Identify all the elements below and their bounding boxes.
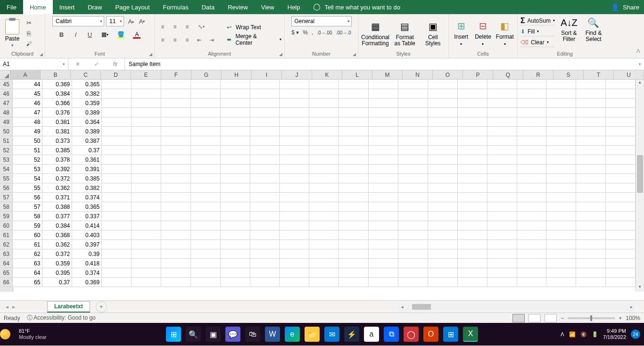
cell-H55[interactable] bbox=[221, 174, 250, 183]
cell-E54[interactable] bbox=[132, 165, 161, 173]
cell-H64[interactable] bbox=[221, 259, 250, 268]
tab-home[interactable]: Home bbox=[23, 0, 53, 14]
cell-A50[interactable]: 49 bbox=[13, 127, 42, 136]
enter-formula-button[interactable]: ✓ bbox=[94, 61, 99, 67]
cell-L56[interactable] bbox=[339, 183, 369, 192]
cell-M57[interactable] bbox=[369, 193, 398, 202]
cell-H51[interactable] bbox=[221, 136, 250, 145]
cell-K48[interactable] bbox=[309, 108, 339, 117]
cell-M65[interactable] bbox=[369, 268, 398, 277]
cell-N50[interactable] bbox=[398, 127, 428, 136]
cell-N55[interactable] bbox=[398, 174, 428, 183]
cell-I47[interactable] bbox=[250, 99, 280, 107]
cell-G49[interactable] bbox=[191, 117, 221, 126]
cell-D49[interactable] bbox=[102, 117, 132, 126]
cell-U58[interactable] bbox=[606, 202, 636, 211]
page-break-view-button[interactable] bbox=[545, 314, 557, 322]
cell-G46[interactable] bbox=[191, 89, 221, 98]
cell-C50[interactable]: 0.389 bbox=[72, 127, 102, 136]
cell-L54[interactable] bbox=[339, 165, 369, 173]
cell-U61[interactable] bbox=[606, 231, 636, 239]
cell-G62[interactable] bbox=[191, 240, 221, 249]
column-header-Q[interactable]: Q bbox=[493, 70, 523, 79]
cell-I52[interactable] bbox=[250, 146, 280, 155]
cell-T49[interactable] bbox=[576, 117, 606, 126]
cell-Q63[interactable] bbox=[487, 249, 517, 258]
cell-A55[interactable]: 54 bbox=[13, 174, 42, 183]
cell-U47[interactable] bbox=[606, 99, 636, 107]
cell-A60[interactable]: 59 bbox=[13, 221, 42, 230]
cell-Q59[interactable] bbox=[487, 212, 517, 221]
cell-N53[interactable] bbox=[398, 155, 428, 164]
cell-B48[interactable]: 0.376 bbox=[42, 108, 72, 117]
cell-C56[interactable]: 0.382 bbox=[72, 183, 102, 192]
cell-L51[interactable] bbox=[339, 136, 369, 145]
cell-E62[interactable] bbox=[132, 240, 161, 249]
column-header-H[interactable]: H bbox=[222, 70, 252, 79]
row-header-53[interactable]: 53 bbox=[0, 155, 13, 164]
row-header-50[interactable]: 50 bbox=[0, 127, 13, 136]
cell-U53[interactable] bbox=[606, 155, 636, 164]
cell-K57[interactable] bbox=[309, 193, 339, 202]
cell-K55[interactable] bbox=[309, 174, 339, 183]
cell-H61[interactable] bbox=[221, 231, 250, 239]
sort-filter-button[interactable]: A↓ZSort & Filter bbox=[559, 16, 579, 42]
name-box[interactable]: A1 bbox=[0, 58, 68, 70]
row-header-51[interactable]: 51 bbox=[0, 136, 13, 145]
cell-B54[interactable]: 0.392 bbox=[42, 165, 72, 173]
cell-R66[interactable] bbox=[517, 278, 547, 287]
cell-J51[interactable] bbox=[280, 136, 309, 145]
column-header-B[interactable]: B bbox=[41, 70, 71, 79]
cell-Q47[interactable] bbox=[487, 99, 517, 107]
cell-I46[interactable] bbox=[250, 89, 280, 98]
font-name-combo[interactable]: Calibri bbox=[52, 16, 104, 26]
weather-widget[interactable]: 81°F Mostly clear bbox=[0, 328, 47, 340]
cell-F56[interactable] bbox=[161, 183, 191, 192]
cell-K58[interactable] bbox=[309, 202, 339, 211]
cell-O66[interactable] bbox=[428, 278, 458, 287]
cell-Q52[interactable] bbox=[487, 146, 517, 155]
cell-F66[interactable] bbox=[161, 278, 191, 287]
cell-M58[interactable] bbox=[369, 202, 398, 211]
row-header-63[interactable]: 63 bbox=[0, 249, 13, 258]
new-sheet-button[interactable]: + bbox=[96, 301, 107, 313]
cell-N46[interactable] bbox=[398, 89, 428, 98]
cell-U59[interactable] bbox=[606, 212, 636, 221]
cell-L49[interactable] bbox=[339, 117, 369, 126]
align-top-button[interactable]: ≡ bbox=[157, 22, 168, 32]
cell-L60[interactable] bbox=[339, 221, 369, 230]
cell-I64[interactable] bbox=[250, 259, 280, 268]
cell-F45[interactable] bbox=[161, 80, 191, 89]
dropbox-app-icon[interactable]: ⧉ bbox=[384, 327, 399, 342]
cell-H46[interactable] bbox=[221, 89, 250, 98]
cell-K45[interactable] bbox=[309, 80, 339, 89]
cell-I49[interactable] bbox=[250, 117, 280, 126]
cell-O62[interactable] bbox=[428, 240, 458, 249]
cell-styles-button[interactable]: ▣Cell Styles bbox=[421, 20, 446, 47]
cell-O63[interactable] bbox=[428, 249, 458, 258]
find-select-button[interactable]: 🔍Find & Select bbox=[583, 16, 604, 42]
cell-U66[interactable] bbox=[606, 278, 636, 287]
tab-review[interactable]: Review bbox=[221, 0, 255, 14]
cell-R60[interactable] bbox=[517, 221, 547, 230]
vertical-scrollbar[interactable]: ▴ ▾ bbox=[636, 80, 644, 292]
zoom-level[interactable]: 100% bbox=[626, 315, 640, 321]
cell-P55[interactable] bbox=[458, 174, 487, 183]
cell-G60[interactable] bbox=[191, 221, 221, 230]
tab-insert[interactable]: Insert bbox=[53, 0, 82, 14]
cell-D63[interactable] bbox=[102, 249, 132, 258]
cell-D53[interactable] bbox=[102, 155, 132, 164]
cell-E48[interactable] bbox=[132, 108, 161, 117]
cell-B58[interactable]: 0.388 bbox=[42, 202, 72, 211]
column-header-S[interactable]: S bbox=[553, 70, 584, 79]
cell-M52[interactable] bbox=[369, 146, 398, 155]
number-format-combo[interactable]: General bbox=[291, 16, 352, 26]
cell-T56[interactable] bbox=[576, 183, 606, 192]
increase-font-button[interactable]: A▴ bbox=[126, 16, 136, 26]
cell-U49[interactable] bbox=[606, 117, 636, 126]
edge-app-icon[interactable]: e bbox=[285, 327, 300, 342]
cell-D66[interactable] bbox=[102, 278, 132, 287]
cell-M61[interactable] bbox=[369, 231, 398, 239]
cell-I65[interactable] bbox=[250, 268, 280, 277]
cell-E58[interactable] bbox=[132, 202, 161, 211]
